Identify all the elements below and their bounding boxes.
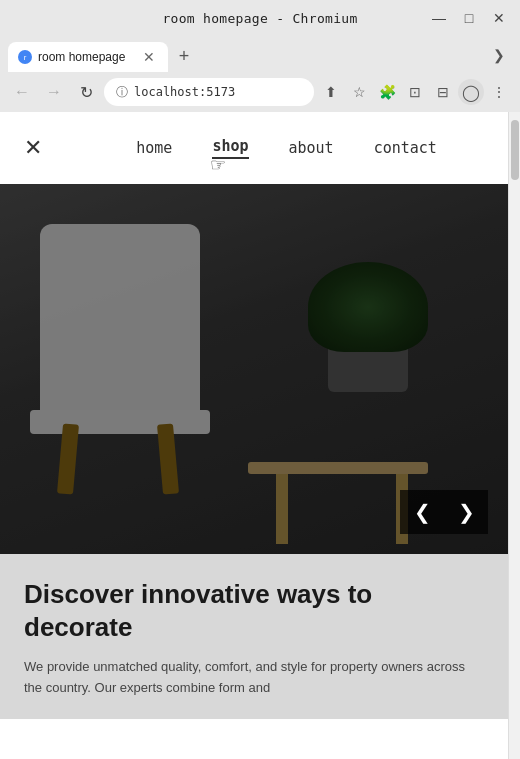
page-navbar: ✕ home shop about contact ☞ [0, 112, 508, 184]
history-icon[interactable]: ⊡ [402, 79, 428, 105]
more-options-button[interactable]: ⋮ [486, 79, 512, 105]
active-tab[interactable]: r room homepage ✕ [8, 42, 168, 72]
content-heading: Discover innovative ways to decorate [24, 578, 484, 643]
reload-button[interactable]: ↻ [72, 78, 100, 106]
cursor-pointer-icon: ☞ [210, 154, 226, 176]
bookmark-icon[interactable]: ☆ [346, 79, 372, 105]
url-text: localhost:5173 [134, 85, 235, 99]
tab-title: room homepage [38, 50, 134, 64]
extensions-icon[interactable]: 🧩 [374, 79, 400, 105]
back-button[interactable]: ← [8, 78, 36, 106]
minimize-button[interactable]: — [426, 8, 452, 28]
content-section: Discover innovative ways to decorate We … [0, 554, 508, 719]
tab-bar: r room homepage ✕ + ❯ [0, 36, 520, 72]
info-icon: ⓘ [116, 84, 128, 101]
tab-close-button[interactable]: ✕ [140, 48, 158, 66]
nav-link-home[interactable]: home [136, 139, 172, 157]
title-bar: room homepage - Chromium — □ ✕ [0, 0, 520, 36]
scrollbar-track[interactable] [508, 112, 520, 759]
profile-button[interactable]: ◯ [458, 79, 484, 105]
forward-button[interactable]: → [40, 78, 68, 106]
split-view-icon[interactable]: ⊟ [430, 79, 456, 105]
carousel-prev-button[interactable]: ❮ [400, 490, 444, 534]
page-content: ✕ home shop about contact ☞ ❮ ❯ [0, 112, 508, 759]
hero-section: ❮ ❯ [0, 184, 508, 554]
address-actions: ⬆ ☆ 🧩 ⊡ ⊟ ◯ ⋮ [318, 79, 512, 105]
carousel-controls: ❮ ❯ [400, 490, 488, 534]
content-body-text: We provide unmatched quality, comfort, a… [24, 657, 484, 699]
share-icon[interactable]: ⬆ [318, 79, 344, 105]
browser-chrome: room homepage - Chromium — □ ✕ r room ho… [0, 0, 520, 112]
address-bar: ← → ↻ ⓘ localhost:5173 ⬆ ☆ 🧩 ⊡ ⊟ ◯ ⋮ [0, 72, 520, 112]
close-button[interactable]: ✕ [486, 8, 512, 28]
window-controls: — □ ✕ [426, 8, 512, 28]
browser-viewport: ✕ home shop about contact ☞ ❮ ❯ [0, 112, 520, 759]
carousel-next-button[interactable]: ❯ [444, 490, 488, 534]
nav-link-contact[interactable]: contact [374, 139, 437, 157]
new-tab-button[interactable]: + [170, 42, 198, 70]
tab-favicon: r [18, 50, 32, 64]
nav-link-about[interactable]: about [289, 139, 334, 157]
scrollbar-thumb[interactable] [511, 120, 519, 180]
window-title: room homepage - Chromium [162, 11, 357, 26]
close-menu-icon[interactable]: ✕ [24, 135, 42, 161]
tab-expand-button[interactable]: ❯ [486, 42, 512, 68]
maximize-button[interactable]: □ [456, 8, 482, 28]
url-bar[interactable]: ⓘ localhost:5173 [104, 78, 314, 106]
nav-links: home shop about contact [136, 137, 437, 159]
